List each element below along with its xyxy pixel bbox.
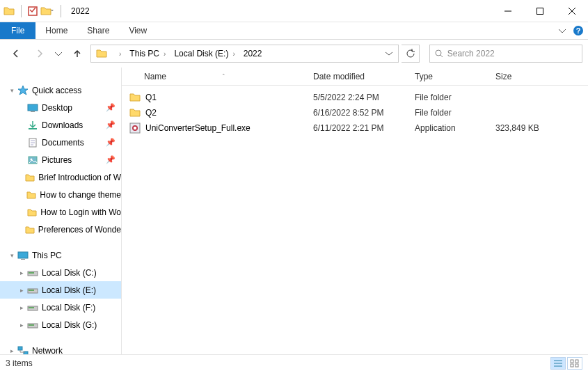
nav-quick-access[interactable]: ▾ Quick access xyxy=(0,81,121,99)
item-count: 3 items xyxy=(6,358,33,368)
list-item[interactable]: UniConverterSetup_Full.exe 6/11/2022 2:2… xyxy=(122,120,588,136)
search-box[interactable] xyxy=(429,45,582,63)
nav-recent-3[interactable]: Preferences of Wonde xyxy=(0,221,121,238)
nav-this-pc[interactable]: ▾ This PC xyxy=(0,246,121,264)
folder-icon xyxy=(24,224,35,235)
svg-point-4 xyxy=(436,50,441,56)
drive-icon xyxy=(26,302,39,313)
svg-rect-21 xyxy=(18,347,22,350)
folder-icon xyxy=(26,207,38,218)
col-size[interactable]: Size xyxy=(488,68,569,85)
svg-rect-18 xyxy=(29,307,34,308)
list-item[interactable]: Q2 6/16/2022 8:52 PM File folder xyxy=(122,105,588,120)
nav-downloads[interactable]: Downloads 📌 xyxy=(0,116,121,134)
col-type[interactable]: Type xyxy=(408,68,488,85)
up-button[interactable] xyxy=(67,44,88,63)
nav-recent-0[interactable]: Brief Introduction of W xyxy=(0,168,121,186)
address-bar[interactable]: › This PC› Local Disk (E:)› 2022 xyxy=(90,45,399,63)
qat: 2022 xyxy=(3,0,90,22)
address-dropdown-icon[interactable] xyxy=(386,50,397,57)
desktop-icon xyxy=(26,102,39,113)
svg-rect-26 xyxy=(575,360,578,363)
nav-recent-2[interactable]: How to Login with Wo xyxy=(0,203,121,221)
nav-drive-e[interactable]: ▸ Local Disk (E:) xyxy=(0,281,121,299)
icons-view-button[interactable] xyxy=(567,357,582,370)
pictures-icon xyxy=(26,155,39,166)
maximize-button[interactable] xyxy=(524,0,556,22)
folder-dropdown-icon[interactable] xyxy=(40,5,55,17)
search-input[interactable] xyxy=(447,49,578,58)
ribbon-tab-share[interactable]: Share xyxy=(77,22,119,39)
svg-rect-27 xyxy=(571,364,573,367)
navigation-pane: ▾ Quick access Desktop 📌 Downloads 📌 Doc… xyxy=(0,68,122,354)
nav-pictures[interactable]: Pictures 📌 xyxy=(0,151,121,168)
svg-rect-25 xyxy=(571,360,573,363)
breadcrumb-drive[interactable]: Local Disk (E:)› xyxy=(170,45,239,62)
breadcrumb-current[interactable]: 2022 xyxy=(239,45,267,62)
ribbon-expand-icon[interactable] xyxy=(559,27,566,34)
nav-recent-1[interactable]: How to change theme xyxy=(0,186,121,203)
forward-button[interactable] xyxy=(29,44,50,63)
window-title: 2022 xyxy=(71,6,90,16)
close-button[interactable] xyxy=(556,0,588,22)
pc-icon xyxy=(17,250,29,261)
back-button[interactable] xyxy=(6,44,26,63)
sort-indicator-icon: ˄ xyxy=(222,73,225,80)
folder-icon xyxy=(3,5,15,17)
statusbar: 3 items xyxy=(0,354,588,371)
star-icon xyxy=(17,85,29,96)
drive-icon xyxy=(26,267,39,278)
svg-rect-11 xyxy=(18,252,28,258)
nav-drive-f[interactable]: ▸ Local Disk (F:) xyxy=(0,299,121,316)
list-item[interactable]: Q1 5/5/2022 2:24 PM File folder xyxy=(122,90,588,105)
nav-desktop[interactable]: Desktop 📌 xyxy=(0,99,121,116)
details-view-button[interactable] xyxy=(550,357,566,370)
svg-rect-12 xyxy=(21,259,25,260)
help-icon[interactable]: ? xyxy=(573,25,584,36)
documents-icon xyxy=(26,137,39,148)
folder-icon xyxy=(129,91,141,104)
refresh-button[interactable] xyxy=(402,45,420,63)
qat-divider xyxy=(21,5,22,17)
pin-icon: 📌 xyxy=(106,103,116,112)
ribbon-tab-home[interactable]: Home xyxy=(35,22,77,39)
folder-icon xyxy=(26,189,37,200)
svg-text:?: ? xyxy=(576,26,581,35)
svg-rect-20 xyxy=(29,324,34,326)
svg-rect-28 xyxy=(575,364,578,367)
drive-icon xyxy=(26,285,39,296)
properties-icon[interactable] xyxy=(27,6,38,17)
nav-drive-c[interactable]: ▸ Local Disk (C:) xyxy=(0,264,121,281)
exe-icon xyxy=(129,122,141,134)
recent-locations-button[interactable] xyxy=(53,44,64,63)
minimize-button[interactable] xyxy=(492,0,524,22)
file-tab[interactable]: File xyxy=(0,22,35,39)
svg-rect-1 xyxy=(537,8,543,14)
svg-rect-7 xyxy=(29,128,37,129)
downloads-icon xyxy=(26,120,39,131)
ribbon-tab-view[interactable]: View xyxy=(119,22,157,39)
file-list: Name ˄ Date modified Type Size Q1 5/5/20… xyxy=(122,68,588,354)
qat-divider-2 xyxy=(61,5,61,17)
svg-rect-16 xyxy=(29,290,34,291)
column-headers: Name ˄ Date modified Type Size xyxy=(122,68,588,86)
pin-icon: 📌 xyxy=(106,120,116,129)
folder-icon xyxy=(95,47,108,60)
nav-documents[interactable]: Documents 📌 xyxy=(0,134,121,151)
nav-network[interactable]: ▸ Network xyxy=(0,342,121,354)
svg-rect-5 xyxy=(28,104,38,111)
search-icon xyxy=(434,49,443,58)
folder-icon xyxy=(24,172,35,183)
col-name[interactable]: Name ˄ xyxy=(122,68,306,85)
pin-icon: 📌 xyxy=(106,155,116,164)
content: ▾ Quick access Desktop 📌 Downloads 📌 Doc… xyxy=(0,68,588,354)
col-date[interactable]: Date modified xyxy=(306,68,408,85)
breadcrumb-this-pc[interactable]: This PC› xyxy=(125,45,170,62)
svg-rect-6 xyxy=(31,111,35,112)
pin-icon: 📌 xyxy=(106,138,116,147)
drive-icon xyxy=(26,319,39,331)
crumb-chevron-root[interactable]: › xyxy=(111,45,125,62)
network-icon xyxy=(17,345,29,355)
nav-drive-g[interactable]: ▸ Local Disk (G:) xyxy=(0,316,121,333)
titlebar: 2022 xyxy=(0,0,588,22)
